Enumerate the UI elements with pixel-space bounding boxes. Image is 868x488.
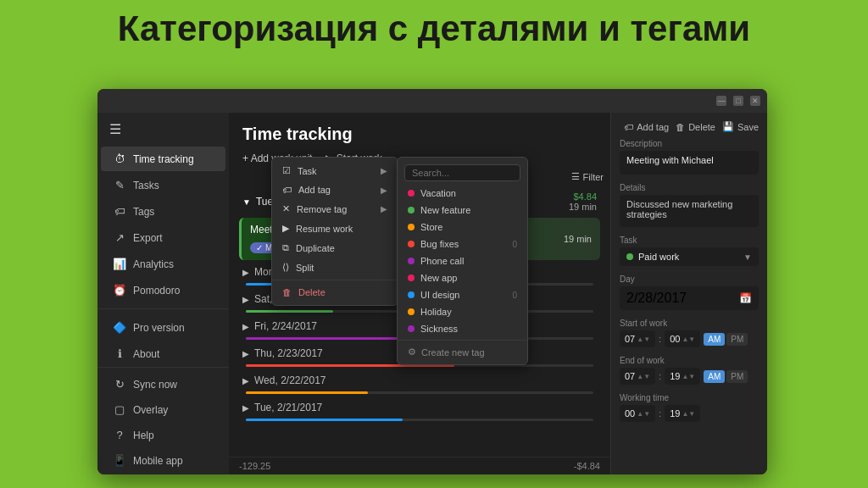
ctx-item-split[interactable]: ⟨⟩ Split <box>272 258 398 277</box>
day-row-tue-221[interactable]: ▶ Tue, 2/21/2017 <box>236 397 604 418</box>
sidebar-item-pro[interactable]: 🔷 Pro version <box>101 315 225 340</box>
end-ampm: AM PM <box>704 370 748 383</box>
tag-item-new-feature[interactable]: New feature <box>398 202 527 219</box>
start-hours-arrows[interactable]: ▲▼ <box>637 336 650 343</box>
save-button[interactable]: 💾 Save <box>722 121 759 132</box>
task-select[interactable]: Paid work ▼ <box>620 247 759 266</box>
end-minutes-arrows[interactable]: ▲▼ <box>682 373 695 380</box>
minimize-button[interactable]: — <box>716 96 726 106</box>
sidebar-item-tasks[interactable]: ✎ Tasks <box>101 173 225 197</box>
task-submenu-chevron-icon: ▶ <box>381 166 387 175</box>
sidebar-item-pomodoro[interactable]: ⏰ Pomodoro <box>101 278 225 302</box>
tag-item-sickness[interactable]: Sickness <box>398 320 527 337</box>
total-bar: -129.25 -$4.84 <box>229 457 610 474</box>
details-value[interactable]: Discussed new marketing strategies <box>620 195 759 227</box>
sidebar-item-mobile[interactable]: 📱 Mobile app <box>101 448 225 473</box>
start-pm-button[interactable]: PM <box>726 333 748 346</box>
working-minutes-arrows[interactable]: ▲▼ <box>682 410 695 418</box>
sidebar-item-overlay[interactable]: ▢ Overlay <box>101 397 225 422</box>
end-am-button[interactable]: AM <box>704 370 725 383</box>
overlay-icon: ▢ <box>113 403 126 416</box>
task-section: Task Paid work ▼ <box>620 236 759 266</box>
ctx-item-task[interactable]: ☑ Task ▶ <box>272 161 398 180</box>
ctx-item-duplicate-left: ⧉ Duplicate <box>282 242 335 253</box>
total-time: -129.25 <box>239 461 270 471</box>
task-ctx-icon: ☑ <box>282 165 291 176</box>
description-section: Description Meeting with Michael <box>620 139 759 175</box>
ui-design-count: 0 <box>512 291 517 300</box>
delete-button[interactable]: 🗑 Delete <box>676 121 715 132</box>
tag-item-phone-call[interactable]: Phone call <box>398 252 527 269</box>
ctx-divider <box>272 280 398 280</box>
tag-item-store[interactable]: Store <box>398 219 527 236</box>
day-duration-tue-228: 19 min <box>569 202 597 212</box>
chevron-right-icon-wed: ▶ <box>242 376 249 385</box>
sidebar-item-tags-label: Tags <box>133 206 154 218</box>
sidebar-item-sync[interactable]: ↻ Sync now <box>101 372 225 396</box>
working-hours-box[interactable]: 00 ▲▼ <box>620 405 655 422</box>
tag-item-new-app-left: New app <box>408 273 457 283</box>
create-new-tag[interactable]: ⚙ Create new tag <box>398 343 527 361</box>
start-minutes-box[interactable]: 00 ▲▼ <box>665 330 700 347</box>
ctx-item-remove-tag[interactable]: ✕ Remove tag ▶ <box>272 199 398 219</box>
sidebar-item-tags[interactable]: 🏷 Tags <box>101 199 225 224</box>
end-pm-button[interactable]: PM <box>726 370 748 383</box>
day-date-wed-222: Wed, 2/22/2017 <box>254 374 326 386</box>
end-of-work-section: End of work 07 ▲▼ : 19 ▲▼ AM PM <box>620 356 759 385</box>
filter-button[interactable]: ☰ Filter <box>571 171 604 182</box>
add-tag-ctx-icon: 🏷 <box>282 185 292 195</box>
sidebar-item-analytics[interactable]: 📊 Analytics <box>101 252 225 276</box>
end-hours-arrows[interactable]: ▲▼ <box>637 373 650 380</box>
page-title: Time tracking <box>242 125 597 144</box>
sidebar-item-about[interactable]: ℹ About <box>101 341 225 366</box>
pro-icon: 🔷 <box>113 321 126 334</box>
end-hours-box[interactable]: 07 ▲▼ <box>620 368 655 385</box>
day-section: Day 2/28/2017 📅 <box>620 274 759 310</box>
sidebar-item-settings[interactable]: ⚙ Settings <box>101 474 225 474</box>
start-hours-box[interactable]: 07 ▲▼ <box>620 330 655 347</box>
end-label: End of work <box>620 356 759 365</box>
close-button[interactable]: ✕ <box>750 96 760 106</box>
sidebar-item-time-tracking[interactable]: ⏱ Time tracking <box>101 147 225 171</box>
end-minutes-box[interactable]: 19 ▲▼ <box>665 368 700 385</box>
start-label: Start of work <box>620 319 759 328</box>
delete-icon: 🗑 <box>676 122 685 132</box>
export-icon: ↗ <box>113 231 126 244</box>
sidebar-item-export[interactable]: ↗ Export <box>101 225 225 250</box>
page-headline: Категоризация с деталями и тегами <box>0 0 868 56</box>
add-tag-submenu-chevron-icon: ▶ <box>381 186 387 195</box>
sidebar-menu-icon[interactable]: ☰ <box>97 113 229 146</box>
tag-item-bug-fixes-left: Bug fixes <box>408 239 459 249</box>
description-value[interactable]: Meeting with Michael <box>620 151 759 175</box>
bug-fixes-label: Bug fixes <box>420 239 459 249</box>
remove-tag-ctx-icon: ✕ <box>282 203 290 214</box>
tag-item-ui-design[interactable]: UI design 0 <box>398 286 527 303</box>
start-colon: : <box>659 334 661 344</box>
phone-call-label: Phone call <box>420 256 464 266</box>
ctx-item-duplicate[interactable]: ⧉ Duplicate <box>272 238 398 258</box>
tag-search-input[interactable] <box>404 164 520 181</box>
ctx-item-resume-left: ▶ Resume work <box>282 223 353 234</box>
working-minutes-box[interactable]: 19 ▲▼ <box>665 405 700 422</box>
ctx-item-resume[interactable]: ▶ Resume work <box>272 219 398 238</box>
context-menu: ☑ Task ▶ 🏷 Add tag ▶ ✕ Remove tag ▶ ▶ Re… <box>271 157 398 306</box>
sidebar-item-help-label: Help <box>133 430 154 441</box>
title-bar: — □ ✕ <box>97 89 767 113</box>
tag-item-holiday[interactable]: Holiday <box>398 303 527 320</box>
day-row-wed-222[interactable]: ▶ Wed, 2/22/2017 <box>236 370 604 391</box>
tag-item-bug-fixes[interactable]: Bug fixes 0 <box>398 236 527 252</box>
add-tag-button[interactable]: 🏷 Add tag <box>624 121 669 132</box>
tag-item-vacation[interactable]: Vacation <box>398 185 527 202</box>
ctx-item-delete[interactable]: 🗑 Delete <box>272 283 398 302</box>
ctx-item-add-tag[interactable]: 🏷 Add tag ▶ <box>272 180 398 199</box>
day-date-row[interactable]: 2/28/2017 📅 <box>620 286 759 310</box>
working-hours-arrows[interactable]: ▲▼ <box>637 410 650 418</box>
holiday-dot <box>408 308 415 315</box>
start-minutes-arrows[interactable]: ▲▼ <box>682 336 695 343</box>
maximize-button[interactable]: □ <box>733 96 743 106</box>
sidebar-item-mobile-label: Mobile app <box>133 455 183 467</box>
chevron-right-icon-thu: ▶ <box>242 349 249 358</box>
sidebar-item-help[interactable]: ? Help <box>101 423 225 447</box>
tag-item-new-app[interactable]: New app <box>398 269 527 286</box>
start-am-button[interactable]: AM <box>704 333 725 346</box>
